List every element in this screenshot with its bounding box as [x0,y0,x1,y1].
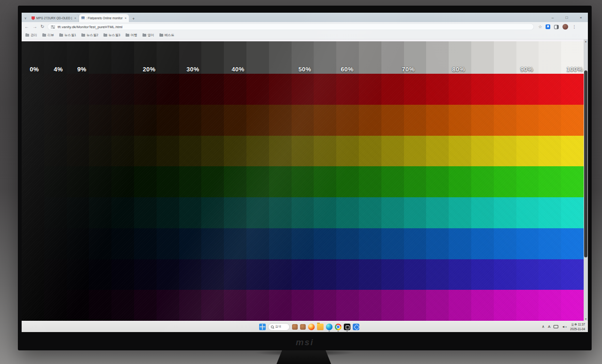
percent-label: 4% [54,66,63,73]
new-tab-button[interactable]: + [130,15,137,22]
bookmark-label: 뉴스필2 [87,33,98,38]
band-cell [44,290,67,321]
profile-avatar[interactable] [562,24,568,30]
bookmark-folder-리뷰[interactable]: 리뷰 [42,33,54,38]
bookmark-label: 영어 [148,33,154,38]
maximize-button[interactable]: □ [560,13,574,22]
band-cell [292,74,314,105]
photos-icon[interactable] [353,324,359,330]
band-cell [67,228,89,259]
band-cell [494,74,516,105]
address-bar[interactable]: tft.vanity.dk/MonitorTest_pureHTML.html [48,23,534,30]
speaker-muted-icon[interactable]: ◄× [562,325,567,328]
band-cell [67,259,89,290]
band-cell [539,259,561,290]
scrollbar-thumb[interactable] [584,70,587,257]
bookmark-folder-베스트[interactable]: 베스트 [159,33,174,38]
dark-app-icon[interactable] [344,324,350,330]
tab-search-icon[interactable]: ∨ [22,15,29,22]
band-cell [111,197,134,228]
browser-menu-icon[interactable]: ⋮ [572,24,576,29]
band-cell [336,259,359,290]
page-scrollbar[interactable]: ▲ ▼ [584,39,588,321]
bookmark-folder-뉴스필1[interactable]: 뉴스필1 [59,33,76,38]
band-cell [157,228,179,259]
band-cell [44,105,67,136]
band-cell [426,74,449,105]
band-cell [359,105,381,136]
search-placeholder: 검색 [275,325,281,329]
band-cell [471,259,494,290]
band-cell [494,197,516,228]
band-cell [201,74,224,105]
percent-label: 90% [520,66,533,73]
bookmark-label: 뉴스필1 [64,33,76,38]
percent-label: 9% [77,66,87,73]
back-button[interactable]: ← [24,24,29,29]
band-cell [157,197,179,228]
tab-close-icon[interactable]: × [125,16,127,20]
close-button[interactable]: × [574,13,588,22]
folder-icon [25,34,29,37]
percent-label: 70% [402,66,414,73]
band-cell [336,74,359,105]
band-cell [359,74,381,105]
chrome-icon[interactable] [335,324,341,330]
band-cell [44,259,67,290]
band-cell [22,105,44,136]
band-cell [246,228,269,259]
mascot-app-2-icon[interactable] [300,324,306,330]
bookmark-folder-뉴스필3[interactable]: 뉴스필3 [103,33,120,38]
taskbar-clock[interactable]: 오후 11:37 2025-11-04 [570,322,585,331]
tab-close-icon[interactable]: × [74,16,76,20]
band-cell [134,136,157,167]
band-cell [539,228,561,259]
side-panel-icon[interactable] [554,25,559,29]
msi-favicon-icon [32,16,35,20]
taskbar-search[interactable]: 검색 [268,323,290,331]
band-cell [516,197,539,228]
band-cell [157,105,179,136]
band-cell [22,197,44,228]
band-cell [269,166,292,197]
ime-indicator[interactable]: A [548,325,550,329]
edge-icon[interactable] [326,324,333,330]
scroll-down-icon[interactable]: ▼ [584,317,588,321]
tray-overflow-icon[interactable]: ∧ [542,325,545,329]
display-icon[interactable] [554,325,558,328]
band-cell [246,259,269,290]
bookmark-star-icon[interactable]: ☆ [538,24,542,29]
extension-icon[interactable] [546,24,550,29]
band-cell [336,228,359,259]
band-cell [516,228,539,259]
tab-msi-product-page[interactable]: MPG 272URX QD-OLED | 27 In × [29,14,79,22]
mascot-app-1-icon[interactable] [292,324,298,330]
bookmark-folder-여행[interactable]: 여행 [126,33,137,38]
forward-button[interactable]: → [32,24,37,29]
band-cell [516,290,539,321]
start-button-icon[interactable] [259,324,266,330]
band-cell [89,105,111,136]
reload-button[interactable]: ↻ [40,24,44,29]
band-cell [201,166,224,197]
band-cell [111,259,134,290]
file-explorer-icon[interactable] [317,324,324,330]
bookmark-folder-관리[interactable]: 관리 [25,33,37,38]
band-cell [89,259,111,290]
band-cell [359,228,381,259]
browser-toolbar: ← → ↻ tft.vanity.dk/MonitorTest_pureHTML… [22,22,588,31]
band-cell [381,105,404,136]
minimize-button[interactable]: – [546,13,560,22]
site-settings-icon[interactable] [51,25,55,29]
band-cell [426,228,449,259]
band-cell [89,74,111,105]
band-cell [22,166,44,197]
tab-flatpanels-monitor-test[interactable]: : Flatpanels Online monitor te × [79,14,129,22]
scroll-up-icon[interactable]: ▲ [584,39,588,43]
band-cell [471,197,494,228]
band-cell [314,166,336,197]
band-cell [67,105,89,136]
firefox-icon[interactable] [308,324,315,330]
bookmark-folder-뉴스필2[interactable]: 뉴스필2 [81,33,98,38]
bookmark-folder-영어[interactable]: 영어 [143,33,154,38]
